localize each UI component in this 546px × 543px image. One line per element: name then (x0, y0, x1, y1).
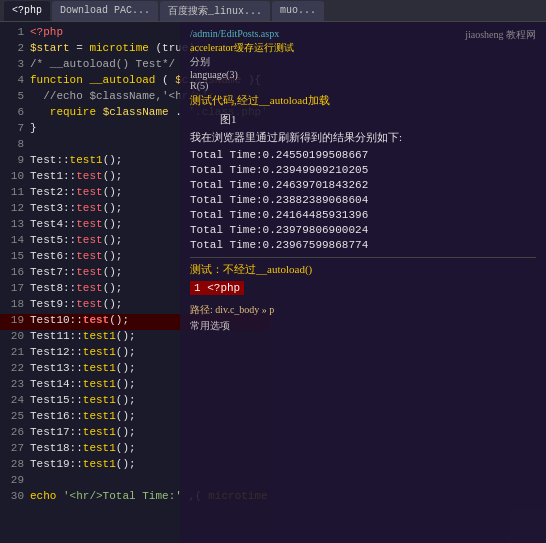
data-rows-container: Total Time:0.24550199508667 Total Time:0… (190, 148, 536, 253)
tab-baidu[interactable]: 百度搜索_linux... (160, 1, 270, 21)
section-divider (190, 257, 536, 258)
main-area: 1 <?php 2 $start = microtime (true); 3 /… (0, 22, 546, 543)
path-label: 路径: div.c_body » p (190, 303, 536, 317)
common-options: 常用选项 (190, 319, 536, 333)
sub-note2: language(3) (190, 69, 294, 80)
tab-bar: <?php Download PAC... 百度搜索_linux... muo.… (0, 0, 546, 22)
data-row-0: Total Time:0.24550199508667 (190, 148, 536, 163)
result-desc: 我在浏览器里通过刷新得到的结果分别如下: (190, 130, 536, 145)
accelerator-note: accelerator缓存运行测试 (190, 41, 294, 55)
data-row-5: Total Time:0.23979806900024 (190, 223, 536, 238)
tab-php[interactable]: <?php (4, 1, 50, 21)
address-bar-label: /admin/EditPosts.aspx (190, 28, 294, 39)
tab-download[interactable]: Download PAC... (52, 1, 158, 21)
right-panel: /admin/EditPosts.aspx accelerator缓存运行测试 … (180, 22, 546, 543)
php-active-line: 1 <?php (190, 281, 244, 295)
data-row-2: Total Time:0.24639701843262 (190, 178, 536, 193)
data-row-4: Total Time:0.24164485931396 (190, 208, 536, 223)
test-title: 测试代码,经过__autoload加载 (190, 93, 536, 108)
sub-note3: R(5) (190, 80, 294, 91)
site-label: jiaosheng 教程网 (465, 28, 536, 42)
figure-label: 图1 (220, 112, 536, 127)
data-row-3: Total Time:0.23882389068604 (190, 193, 536, 208)
data-row-1: Total Time:0.23949909210205 (190, 163, 536, 178)
tab-muo[interactable]: muo... (272, 1, 324, 21)
sub-note1: 分别 (190, 55, 294, 69)
test-title-2: 测试：不经过__autoload() (190, 262, 536, 277)
data-row-6: Total Time:0.23967599868774 (190, 238, 536, 253)
